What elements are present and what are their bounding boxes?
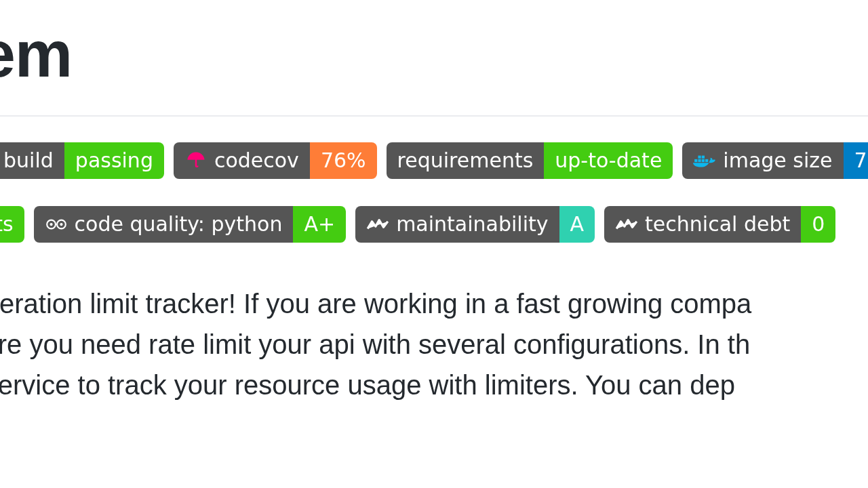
badge-left: requirements: [387, 142, 545, 179]
badge-right: passing: [64, 142, 164, 179]
badge-alerts[interactable]: 0 alerts: [0, 206, 24, 243]
cc-icon: [366, 214, 389, 235]
badge-right-label: up-to-date: [555, 150, 662, 171]
badge-left-label: code quality: python: [75, 214, 283, 235]
svg-rect-5: [705, 159, 708, 162]
badge-codecov[interactable]: codecov76%: [174, 142, 377, 179]
badge-right: A: [559, 206, 595, 243]
badge-right-label: passing: [75, 150, 153, 171]
badge-left-label: technical debt: [645, 214, 790, 235]
badge-right: up-to-date: [544, 142, 673, 179]
svg-rect-4: [702, 156, 705, 159]
svg-point-9: [60, 223, 62, 226]
badge-requirements[interactable]: requirementsup-to-date: [387, 142, 673, 179]
badge-left-label: requirements: [397, 150, 534, 171]
badge-right-label: A: [570, 214, 585, 235]
badge-left: technical debt: [604, 206, 801, 243]
badge-left-label: image size: [723, 150, 832, 171]
description-line: xt generation limit tracker! If you are …: [0, 289, 751, 319]
badge-image-size[interactable]: image size7: [682, 142, 868, 179]
badge-left: build: [0, 142, 64, 179]
badge-left: image size: [682, 142, 843, 179]
badge-right: 76%: [310, 142, 377, 179]
umbrella-icon: [184, 150, 208, 171]
badge-right-label: 0: [812, 214, 825, 235]
badge-left-label: codecov: [214, 150, 299, 171]
description-line: as a service to track your resource usag…: [0, 370, 735, 400]
badge-right-label: 76%: [321, 150, 366, 171]
badge-left-label: maintainability: [396, 214, 548, 235]
svg-rect-2: [702, 159, 705, 162]
badge-right: 0 alerts: [0, 206, 24, 243]
badge-right-label: 7: [854, 150, 867, 171]
badge-right: 0: [801, 206, 835, 243]
svg-rect-0: [694, 159, 697, 162]
badge-row-2: 0 alertscode quality: pythonA+maintainab…: [0, 206, 868, 243]
badge-left: code quality: python: [34, 206, 294, 243]
badge-left-label: build: [3, 150, 54, 171]
badge-row-1: MITbuildpassingcodecov76%requirementsup-…: [0, 142, 868, 179]
svg-rect-3: [698, 156, 701, 159]
docker-icon: [693, 150, 716, 171]
badge-right-label: 0 alerts: [0, 214, 14, 235]
svg-rect-1: [698, 159, 701, 162]
badge-build[interactable]: buildpassing: [0, 142, 164, 179]
badge-left: maintainability: [355, 206, 559, 243]
description: xt generation limit tracker! If you are …: [0, 283, 868, 405]
description-line: n where you need rate limit your api wit…: [0, 329, 750, 359]
badge-code-quality[interactable]: code quality: pythonA+: [34, 206, 347, 243]
badge-left: codecov: [174, 142, 310, 179]
badge-technical-debt[interactable]: technical debt0: [604, 206, 835, 243]
lgtm-icon: [45, 214, 68, 235]
badge-right-label: A+: [304, 214, 335, 235]
badge-right: A+: [293, 206, 346, 243]
badge-maintainability[interactable]: maintainabilityA: [355, 206, 595, 243]
page-title: p'em: [0, 0, 868, 117]
svg-point-8: [50, 223, 52, 226]
cc-icon: [615, 214, 638, 235]
badge-right: 7: [844, 142, 869, 179]
